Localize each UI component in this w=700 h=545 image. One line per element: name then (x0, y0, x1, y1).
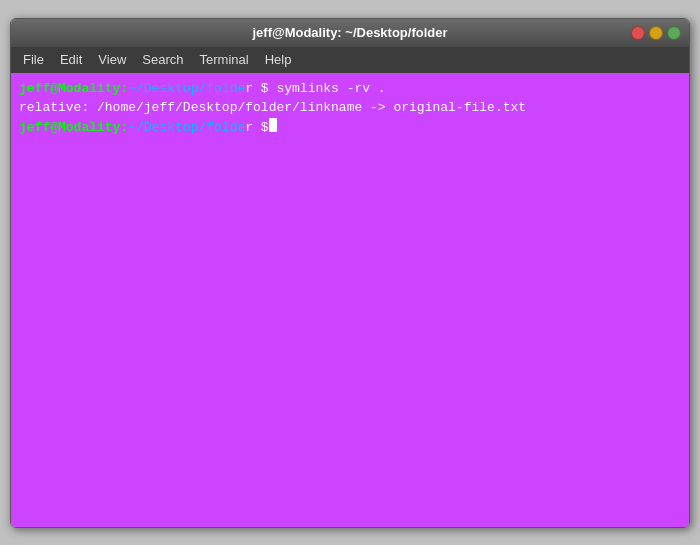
terminal-line-1: jeff@Modality: ~/Desktop/folder $ symlin… (19, 79, 681, 99)
menu-view[interactable]: View (90, 50, 134, 69)
close-button[interactable] (631, 26, 645, 40)
path-1: ~/Desktop/folde (128, 79, 245, 99)
menu-edit[interactable]: Edit (52, 50, 90, 69)
terminal-output-1: relative: /home/jeff/Desktop/folder/link… (19, 98, 681, 118)
menu-file[interactable]: File (15, 50, 52, 69)
command-2: r $ (245, 118, 268, 138)
terminal-line-2: jeff@Modality: ~/Desktop/folder $ (19, 118, 681, 138)
menu-bar: File Edit View Search Terminal Help (11, 47, 689, 73)
terminal-window: jeff@Modality: ~/Desktop/folder File Edi… (10, 18, 690, 528)
title-bar: jeff@Modality: ~/Desktop/folder (11, 19, 689, 47)
output-text-1: relative: /home/jeff/Desktop/folder/link… (19, 98, 681, 118)
window-controls (631, 26, 681, 40)
menu-help[interactable]: Help (257, 50, 300, 69)
prompt-2: jeff@Modality: (19, 118, 128, 138)
terminal-body[interactable]: jeff@Modality: ~/Desktop/folder $ symlin… (11, 73, 689, 527)
cursor (269, 118, 277, 132)
menu-terminal[interactable]: Terminal (192, 50, 257, 69)
prompt-1: jeff@Modality: (19, 79, 128, 99)
window-title: jeff@Modality: ~/Desktop/folder (252, 25, 447, 40)
minimize-button[interactable] (649, 26, 663, 40)
command-1: r $ symlinks -rv . (245, 79, 385, 99)
menu-search[interactable]: Search (134, 50, 191, 69)
path-2: ~/Desktop/folde (128, 118, 245, 138)
maximize-button[interactable] (667, 26, 681, 40)
